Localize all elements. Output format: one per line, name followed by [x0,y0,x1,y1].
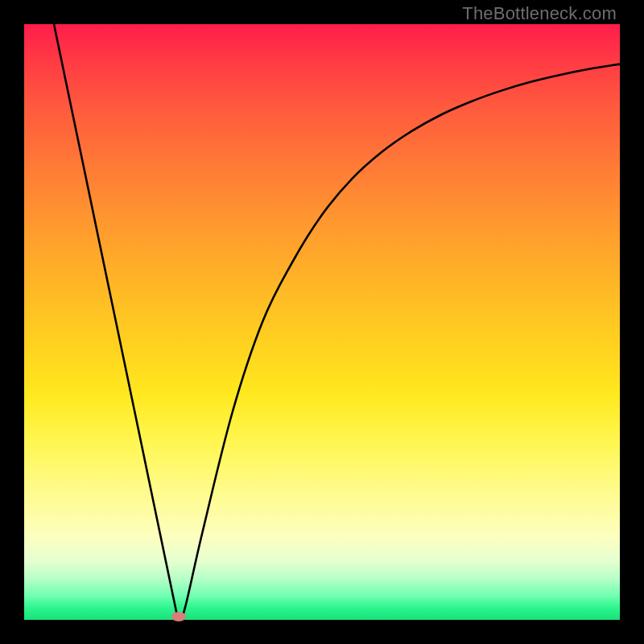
watermark-text: TheBottleneck.com [462,3,617,24]
minimum-marker [171,612,186,621]
chart-frame [24,24,620,620]
chart-curve-svg [24,24,620,620]
bottleneck-curve-line [54,24,620,620]
